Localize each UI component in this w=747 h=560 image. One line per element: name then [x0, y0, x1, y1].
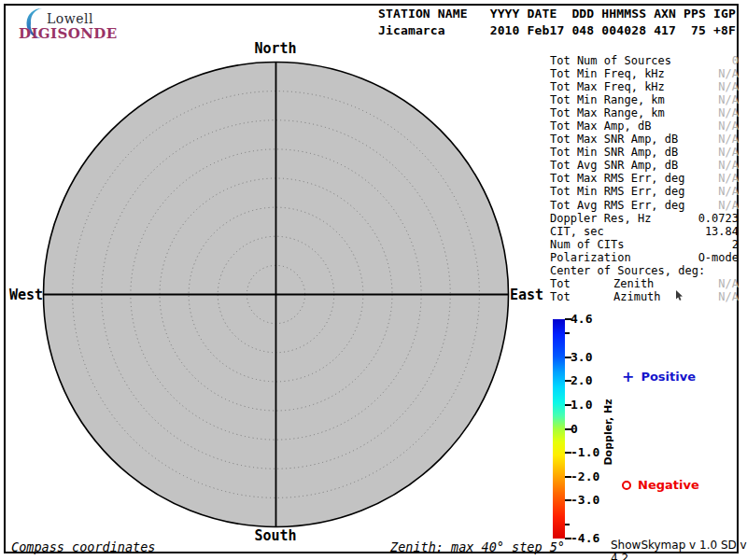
colorbar-tick-label: -3.0 [571, 493, 599, 507]
station-header: STATION NAME YYYY DATE DDD HHMMSS AXN PP… [378, 6, 736, 38]
colorbar-minor-tick [565, 524, 570, 525]
stats-value: N/A [718, 185, 739, 198]
stats-row: Center of Sources, deg: [550, 264, 739, 277]
circle-marker-icon [622, 481, 631, 490]
colorbar-tick-label: -1.0 [571, 445, 599, 459]
header-values: Jicamarca 2010 Feb17 048 004028 417 75 +… [378, 23, 736, 37]
stats-value: N/A [718, 133, 739, 146]
stats-row: Tot Num of Sources0 [550, 54, 739, 67]
stats-label: Tot Min Range, km [550, 93, 665, 106]
stats-label: Num of CITs [550, 238, 624, 251]
stats-label: Doppler Res, Hz [550, 212, 651, 225]
legend-negative: Negative [622, 478, 699, 492]
colorbar-tick-label: -4.6 [571, 531, 599, 545]
stats-row: Num of CITs2 [550, 238, 739, 251]
stats-value: N/A [718, 106, 739, 119]
colorbar-tick-label: 4.6 [571, 312, 592, 326]
stats-label: Tot [550, 277, 571, 290]
colorbar-tick-label: -2.0 [571, 469, 599, 483]
stats-label: Center of Sources, deg: [550, 264, 705, 277]
stats-label: CIT, sec [550, 225, 604, 238]
stats-row: Tot Max Freq, kHzN/A [550, 80, 739, 93]
stats-value: N/A [718, 146, 739, 159]
stats-value: N/A [718, 93, 739, 106]
showskymap-window: Lowell DIGISONDE STATION NAME YYYY DATE … [0, 0, 747, 560]
stats-row: Tot Min RMS Err, degN/A [550, 185, 739, 198]
stats-value: 2 [732, 238, 739, 251]
stats-label: Tot Min Freq, kHz [550, 67, 665, 80]
colorbar-axis-title: Doppler, Hz [602, 399, 614, 465]
stats-row: TotZenithN/A [550, 277, 739, 290]
stats-label: Tot Max RMS Err, deg [550, 172, 685, 185]
zenith-range-label: Zenith: max 40° step 5° [390, 539, 565, 554]
legend-negative-label: Negative [638, 478, 699, 492]
stats-row: Tot Avg RMS Err, degN/A [550, 199, 739, 212]
compass-label-north: North [254, 40, 296, 57]
stats-value: 13.84 [705, 225, 739, 238]
colorbar-tick-label: 3.0 [571, 350, 592, 364]
stats-sublabel: Zenith [613, 277, 654, 290]
stats-row: Tot Max RMS Err, degN/A [550, 172, 739, 185]
stats-label: Tot Min SNR Amp, dB [550, 146, 678, 159]
colorbar-tick-label: 1.0 [571, 398, 592, 412]
stats-sublabel: Azimuth [613, 290, 661, 303]
stats-label: Tot Max Range, km [550, 106, 665, 119]
stats-value: N/A [718, 290, 739, 303]
stats-value: N/A [718, 67, 739, 80]
stats-value: N/A [718, 159, 739, 172]
stats-value: 0.0723 [698, 212, 739, 225]
stats-label: Tot Max SNR Amp, dB [550, 133, 678, 146]
compass-label-south: South [254, 527, 296, 544]
header-column-labels: STATION NAME YYYY DATE DDD HHMMSS AXN PP… [378, 7, 736, 21]
stats-row: Tot Max SNR Amp, dBN/A [550, 133, 739, 146]
stats-row: Tot Max Amp, dBN/A [550, 119, 739, 133]
stats-value: N/A [718, 172, 739, 185]
stats-label: Tot Max Amp, dB [550, 119, 651, 133]
stats-row: Tot Avg SNR Amp, dBN/A [550, 159, 739, 172]
stats-label: Tot Max Freq, kHz [550, 80, 665, 93]
plus-marker-icon: + [622, 371, 634, 383]
logo-digisonde-text: DIGISONDE [19, 25, 118, 42]
stats-label: Tot Num of Sources [550, 54, 671, 67]
stats-row: Doppler Res, Hz0.0723 [550, 212, 739, 225]
logo-lowell-text: Lowell [47, 11, 93, 26]
colorbar-minor-tick [565, 332, 570, 334]
stats-row: PolarizationO-mode [550, 251, 739, 264]
compass-label-west: West [9, 287, 41, 303]
doppler-colorbar [553, 319, 565, 539]
version-label: ShowSkymap v 1.0 SD v 4.2 [611, 539, 747, 560]
measurement-stats-panel: Tot Num of Sources0Tot Min Freq, kHzN/AT… [550, 54, 739, 303]
compass-label-east: East [510, 287, 543, 303]
stats-row: TotAzimuthN/A [550, 290, 739, 303]
stats-row: Tot Min Range, kmN/A [550, 93, 739, 106]
stats-value: 0 [732, 54, 739, 67]
colorbar-tick-label: 0 [571, 422, 578, 436]
legend-positive-label: Positive [641, 370, 696, 384]
stats-value: N/A [718, 119, 739, 133]
skymap-polar-plot [37, 56, 515, 534]
stats-label: Tot Min RMS Err, deg [550, 185, 685, 198]
stats-label: Polarization [550, 251, 631, 264]
legend-positive: + Positive [622, 370, 696, 384]
stats-label: Tot [550, 290, 571, 303]
stats-row: Tot Min SNR Amp, dBN/A [550, 146, 739, 159]
colorbar-tick-label: 2.0 [571, 373, 592, 387]
mouse-cursor [675, 290, 684, 301]
stats-value: N/A [718, 277, 739, 290]
stats-row: Tot Max Range, kmN/A [550, 106, 739, 119]
stats-row: Tot Min Freq, kHzN/A [550, 67, 739, 80]
stats-label: Tot Avg RMS Err, deg [550, 199, 685, 212]
stats-value: N/A [718, 80, 739, 93]
stats-value: N/A [718, 199, 739, 212]
coordinates-mode-label: Compass coordinates [11, 539, 155, 554]
stats-label: Tot Avg SNR Amp, dB [550, 159, 678, 172]
stats-row: CIT, sec13.84 [550, 225, 739, 238]
stats-value: O-mode [698, 251, 739, 264]
